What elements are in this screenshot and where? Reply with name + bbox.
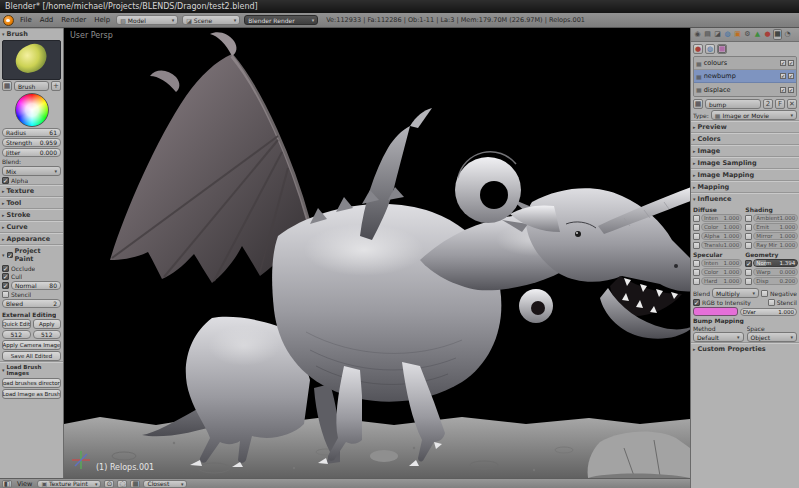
normal-influence-slider[interactable]: Norm1.394 xyxy=(753,259,798,267)
unlink-button[interactable]: ✕ xyxy=(787,99,797,109)
slot-enable-checkbox[interactable]: ✓ xyxy=(780,60,786,66)
jitter-slider[interactable]: Jitter 0.000 xyxy=(2,148,61,157)
panel-load-brush-images[interactable]: ▾ Load Brush Images xyxy=(0,362,63,377)
normal-angle-slider[interactable]: Normal 80 xyxy=(11,281,61,290)
3d-viewport[interactable]: User Persp (1) Relops.001 xyxy=(64,28,690,478)
panel-mapping[interactable]: ▸ Mapping xyxy=(691,181,799,192)
tab-scene-icon[interactable]: ◪ xyxy=(713,29,722,40)
panel-custom-properties[interactable]: ▸ Custom Properties xyxy=(691,343,799,354)
tab-material-icon[interactable]: ● xyxy=(763,29,772,40)
radius-slider[interactable]: Radius 61 xyxy=(2,128,61,137)
brush-name-field[interactable]: Brush xyxy=(14,81,49,91)
panel-preview[interactable]: ▸ Preview xyxy=(691,121,799,132)
panel-image[interactable]: ▸ Image xyxy=(691,145,799,156)
geometry-normal-checkbox[interactable]: ✓ xyxy=(745,260,752,267)
influence-slider[interactable]: Disp0.200 xyxy=(753,277,798,285)
snap-icon[interactable]: ▦ xyxy=(130,480,140,488)
diffuse-translucency-checkbox[interactable] xyxy=(693,242,700,249)
intensity-color-swatch[interactable] xyxy=(693,307,738,316)
menu-file[interactable]: File xyxy=(18,16,34,24)
panel-colors[interactable]: ▸ Colors xyxy=(691,133,799,144)
panel-project-paint[interactable]: ▾ ✓ Project Paint xyxy=(0,245,63,264)
panel-brush[interactable]: ▾ Brush xyxy=(0,29,63,39)
scene-select[interactable]: ◪ Scene ▾ xyxy=(182,15,240,25)
material-textures-tab-icon[interactable]: ● xyxy=(693,44,703,54)
tab-modifiers-icon[interactable]: ⚙ xyxy=(743,29,752,40)
menu-render[interactable]: Render xyxy=(59,16,88,24)
tab-world-icon[interactable]: ◍ xyxy=(723,29,732,40)
stencil-checkbox[interactable] xyxy=(2,291,9,298)
add-brush-button[interactable]: + xyxy=(51,81,61,91)
influence-slider[interactable]: Inten1.000 xyxy=(701,214,742,222)
slot-visibility-checkbox[interactable]: ✓ xyxy=(788,60,794,66)
mode-select[interactable]: ▣ Texture Paint ▾ xyxy=(37,480,101,488)
tab-object-icon[interactable]: ▣ xyxy=(733,29,742,40)
tab-render-icon[interactable]: ◉ xyxy=(693,29,702,40)
tab-texture-icon[interactable]: ▦ xyxy=(773,29,782,40)
tab-render-layers-icon[interactable]: ▤ xyxy=(703,29,712,40)
project-paint-checkbox[interactable]: ✓ xyxy=(7,252,13,258)
tab-physics-icon[interactable]: ◔ xyxy=(783,29,792,40)
influence-slider[interactable]: Color1.000 xyxy=(701,223,742,231)
influence-slider[interactable]: Warp0.000 xyxy=(753,268,798,276)
render-engine-select[interactable]: Blender Render ▾ xyxy=(244,15,318,25)
blender-logo-icon[interactable] xyxy=(3,15,14,26)
pivot-point-icon[interactable]: ◌ xyxy=(117,480,127,488)
panel-texture[interactable]: ▸ Texture xyxy=(0,185,63,196)
diffuse-intensity-checkbox[interactable] xyxy=(693,215,700,222)
influence-slider[interactable]: Ray Mir1.000 xyxy=(753,241,798,249)
load-brushes-directory-button[interactable]: Load brushes directory xyxy=(2,378,61,388)
blend-mode-select[interactable]: Mix ▾ xyxy=(2,166,61,176)
influence-slider[interactable]: Mirror1.000 xyxy=(753,232,798,240)
influence-slider[interactable]: Hard1.000 xyxy=(701,277,742,285)
influence-slider[interactable]: Alpha1.000 xyxy=(701,232,742,240)
world-textures-tab-icon[interactable]: ◍ xyxy=(705,44,715,54)
brush-datablock-icon[interactable]: ▦ xyxy=(2,81,12,91)
apply-button[interactable]: Apply xyxy=(33,319,62,329)
influence-slider[interactable]: Color1.000 xyxy=(701,268,742,276)
panel-stroke[interactable]: ▸ Stroke xyxy=(0,209,63,220)
panel-influence[interactable]: ▾ Influence xyxy=(691,193,799,204)
panel-image-sampling[interactable]: ▸ Image Sampling xyxy=(691,157,799,168)
panel-image-mapping[interactable]: ▸ Image Mapping xyxy=(691,169,799,180)
menu-add[interactable]: Add xyxy=(38,16,56,24)
viewport-shading-icon[interactable]: ⊙ xyxy=(104,480,114,488)
panel-tool[interactable]: ▸ Tool xyxy=(0,197,63,208)
color-wheel[interactable] xyxy=(15,93,49,127)
influence-slider[interactable]: Translu1.000 xyxy=(701,241,742,249)
bump-space-select[interactable]: Object ▾ xyxy=(747,332,798,342)
influence-slider[interactable]: Emit1.000 xyxy=(753,223,798,231)
tab-object-data-icon[interactable]: ▲ xyxy=(753,29,762,40)
slot-visibility-checkbox[interactable]: ✓ xyxy=(788,73,794,79)
sampling-select[interactable]: Closest ▾ xyxy=(143,480,187,488)
panel-appearance[interactable]: ▸ Appearance xyxy=(0,233,63,244)
bump-method-select[interactable]: Default ▾ xyxy=(693,332,744,342)
specular-hardness-checkbox[interactable] xyxy=(693,278,700,285)
texture-slot-colours[interactable]: ▦ colours ✓ ✓ xyxy=(694,57,796,70)
shading-ambient-checkbox[interactable] xyxy=(745,215,752,222)
users-count-button[interactable]: 2 xyxy=(763,99,773,109)
fake-user-button[interactable]: F xyxy=(775,99,785,109)
diffuse-alpha-checkbox[interactable] xyxy=(693,233,700,240)
geometry-displace-checkbox[interactable] xyxy=(745,278,752,285)
load-image-as-brush-button[interactable]: Load Image as Brush xyxy=(2,389,61,399)
slot-enable-checkbox[interactable]: ✓ xyxy=(780,87,786,93)
blend-mode-select[interactable]: Multiply ▾ xyxy=(712,288,759,298)
normal-checkbox[interactable]: ✓ xyxy=(2,282,9,289)
slot-visibility-checkbox[interactable]: ✓ xyxy=(788,87,794,93)
influence-slider[interactable]: Ambient1.000 xyxy=(753,214,798,222)
slot-enable-checkbox[interactable]: ✓ xyxy=(780,73,786,79)
brush-preview[interactable] xyxy=(2,40,61,80)
apply-camera-image-button[interactable]: Apply Camera Image xyxy=(2,340,61,350)
editor-height-field[interactable]: 512 xyxy=(33,330,62,339)
influence-slider[interactable]: Inten1.000 xyxy=(701,259,742,267)
diffuse-color-checkbox[interactable] xyxy=(693,224,700,231)
browse-texture-icon[interactable]: ▦ xyxy=(693,99,703,109)
screen-layout-select[interactable]: ▧ Model ▾ xyxy=(116,15,178,25)
editor-type-icon[interactable]: ◧ xyxy=(2,480,12,488)
strength-slider[interactable]: Strength 0.959 xyxy=(2,138,61,147)
cull-checkbox[interactable]: ✓ xyxy=(2,273,9,280)
specular-intensity-checkbox[interactable] xyxy=(693,260,700,267)
texture-name-field[interactable]: bump xyxy=(705,99,761,109)
geometry-warp-checkbox[interactable] xyxy=(745,269,752,276)
